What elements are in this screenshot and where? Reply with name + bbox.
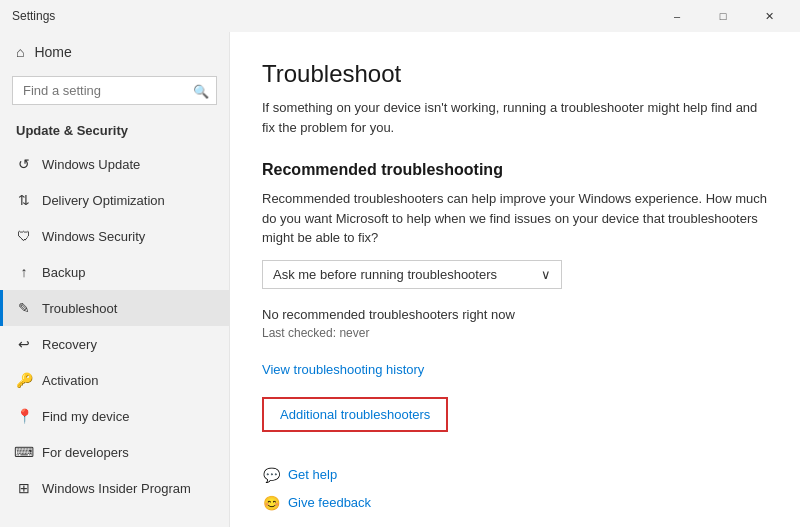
sidebar-home[interactable]: ⌂ Home	[0, 32, 229, 72]
sidebar: ⌂ Home 🔍 Update & Security ↺ Windows Upd…	[0, 32, 230, 527]
title-bar: Settings – □ ✕	[0, 0, 800, 32]
troubleshoot-icon: ✎	[16, 300, 32, 316]
get-help-link[interactable]: 💬 Get help	[262, 466, 768, 484]
sidebar-item-label: Backup	[42, 265, 85, 280]
recommended-section-title: Recommended troubleshooting	[262, 161, 768, 179]
title-bar-controls: – □ ✕	[654, 0, 792, 32]
sidebar-item-label: Activation	[42, 373, 98, 388]
sidebar-item-label: Recovery	[42, 337, 97, 352]
sidebar-item-label: Windows Security	[42, 229, 145, 244]
activation-icon: 🔑	[16, 372, 32, 388]
find-my-device-icon: 📍	[16, 408, 32, 424]
search-input[interactable]	[12, 76, 217, 105]
sidebar-item-delivery-optimization[interactable]: ⇅ Delivery Optimization	[0, 182, 229, 218]
sidebar-item-backup[interactable]: ↑ Backup	[0, 254, 229, 290]
sidebar-item-troubleshoot[interactable]: ✎ Troubleshoot	[0, 290, 229, 326]
sidebar-item-find-my-device[interactable]: 📍 Find my device	[0, 398, 229, 434]
give-feedback-label: Give feedback	[288, 495, 371, 510]
page-title: Troubleshoot	[262, 60, 768, 88]
dropdown-value: Ask me before running troubleshooters	[273, 267, 497, 282]
additional-troubleshooters-button[interactable]: Additional troubleshooters	[262, 397, 448, 432]
title-bar-title: Settings	[12, 9, 55, 23]
minimize-button[interactable]: –	[654, 0, 700, 32]
backup-icon: ↑	[16, 264, 32, 280]
last-checked-text: Last checked: never	[262, 326, 768, 340]
main-layout: ⌂ Home 🔍 Update & Security ↺ Windows Upd…	[0, 32, 800, 527]
sidebar-item-label: For developers	[42, 445, 129, 460]
windows-insider-icon: ⊞	[16, 480, 32, 496]
no-troubleshooters-text: No recommended troubleshooters right now	[262, 307, 768, 322]
sidebar-section-title: Update & Security	[0, 117, 229, 146]
sidebar-item-label: Windows Update	[42, 157, 140, 172]
maximize-button[interactable]: □	[700, 0, 746, 32]
give-feedback-link[interactable]: 😊 Give feedback	[262, 494, 768, 512]
close-button[interactable]: ✕	[746, 0, 792, 32]
home-icon: ⌂	[16, 44, 24, 60]
give-feedback-icon: 😊	[262, 494, 280, 512]
content-area: Troubleshoot If something on your device…	[230, 32, 800, 527]
windows-update-icon: ↺	[16, 156, 32, 172]
get-help-label: Get help	[288, 467, 337, 482]
view-history-link[interactable]: View troubleshooting history	[262, 362, 424, 377]
sidebar-item-label: Find my device	[42, 409, 129, 424]
sidebar-item-windows-update[interactable]: ↺ Windows Update	[0, 146, 229, 182]
home-label: Home	[34, 44, 71, 60]
page-description: If something on your device isn't workin…	[262, 98, 768, 137]
troubleshoot-dropdown[interactable]: Ask me before running troubleshooters ∨	[262, 260, 562, 289]
sidebar-item-label: Delivery Optimization	[42, 193, 165, 208]
sidebar-item-label: Windows Insider Program	[42, 481, 191, 496]
sidebar-item-windows-insider[interactable]: ⊞ Windows Insider Program	[0, 470, 229, 506]
search-icon: 🔍	[193, 83, 209, 98]
sidebar-item-windows-security[interactable]: 🛡 Windows Security	[0, 218, 229, 254]
sidebar-item-recovery[interactable]: ↩ Recovery	[0, 326, 229, 362]
for-developers-icon: ⌨	[16, 444, 32, 460]
delivery-optimization-icon: ⇅	[16, 192, 32, 208]
chevron-down-icon: ∨	[541, 267, 551, 282]
sidebar-item-activation[interactable]: 🔑 Activation	[0, 362, 229, 398]
sidebar-item-for-developers[interactable]: ⌨ For developers	[0, 434, 229, 470]
get-help-icon: 💬	[262, 466, 280, 484]
windows-security-icon: 🛡	[16, 228, 32, 244]
sidebar-item-label: Troubleshoot	[42, 301, 117, 316]
sidebar-search-container: 🔍	[12, 76, 217, 105]
recovery-icon: ↩	[16, 336, 32, 352]
recommended-description: Recommended troubleshooters can help imp…	[262, 189, 768, 248]
